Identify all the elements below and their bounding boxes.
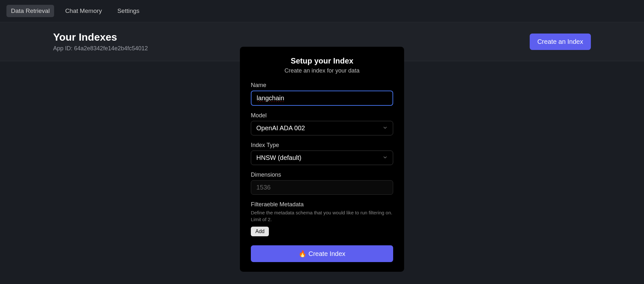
modal-subtitle: Create an index for your data bbox=[251, 67, 393, 74]
filterable-metadata-description: Define the metadata schema that you woul… bbox=[251, 209, 393, 223]
index-type-select[interactable]: HNSW (default) bbox=[251, 151, 393, 165]
nav-bar: Data Retrieval Chat Memory Settings bbox=[0, 0, 644, 22]
dimensions-label: Dimensions bbox=[251, 171, 393, 178]
model-group: Model OpenAI ADA 002 bbox=[251, 112, 393, 135]
index-type-group: Index Type HNSW (default) bbox=[251, 142, 393, 165]
index-type-label: Index Type bbox=[251, 142, 393, 149]
filterable-metadata-title: Filteraeble Metadata bbox=[251, 201, 393, 208]
tab-data-retrieval[interactable]: Data Retrieval bbox=[6, 5, 54, 17]
header-left: Your Indexes App ID: 64a2e8342fe14e2b4fc… bbox=[53, 31, 148, 52]
name-label: Name bbox=[251, 82, 393, 89]
model-select[interactable]: OpenAI ADA 002 bbox=[251, 121, 393, 135]
create-index-submit-button[interactable]: 🔥 Create Index bbox=[251, 245, 393, 262]
tab-settings[interactable]: Settings bbox=[113, 5, 144, 17]
dimensions-input[interactable] bbox=[251, 180, 393, 195]
filterable-metadata-section: Filteraeble Metadata Define the metadata… bbox=[251, 201, 393, 236]
tab-chat-memory[interactable]: Chat Memory bbox=[61, 5, 106, 17]
model-label: Model bbox=[251, 112, 393, 119]
model-select-wrap: OpenAI ADA 002 bbox=[251, 121, 393, 135]
name-input[interactable] bbox=[251, 91, 393, 106]
index-type-select-wrap: HNSW (default) bbox=[251, 151, 393, 165]
setup-index-modal: Setup your Index Create an index for you… bbox=[240, 47, 404, 272]
add-metadata-button[interactable]: Add bbox=[251, 227, 269, 236]
modal-title: Setup your Index bbox=[251, 56, 393, 65]
name-group: Name bbox=[251, 82, 393, 106]
create-index-button[interactable]: Create an Index bbox=[530, 34, 591, 50]
dimensions-group: Dimensions bbox=[251, 171, 393, 195]
app-id-label: App ID: 64a2e8342fe14e2b4fc54012 bbox=[53, 45, 148, 52]
page-title: Your Indexes bbox=[53, 31, 148, 43]
